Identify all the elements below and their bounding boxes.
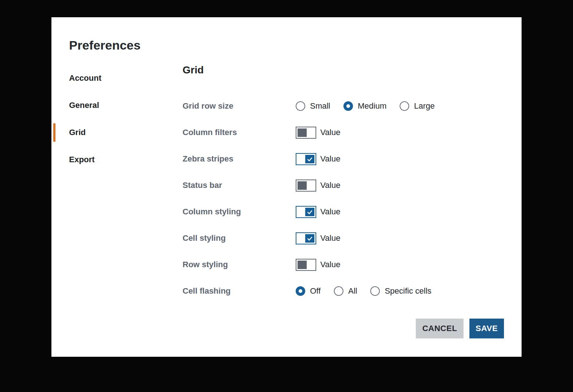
sidebar-item-grid[interactable]: Grid bbox=[51, 119, 176, 146]
row-label: Cell styling bbox=[183, 233, 296, 243]
toggle-checkbox[interactable] bbox=[296, 127, 316, 139]
form-row-status-bar: Status barValue bbox=[183, 172, 509, 199]
row-label: Row styling bbox=[183, 260, 296, 269]
sidebar-item-label: Grid bbox=[69, 128, 86, 137]
row-controls: Value bbox=[296, 179, 340, 192]
row-label: Cell flashing bbox=[183, 286, 296, 296]
panel-heading: Grid bbox=[183, 64, 204, 76]
radio-button[interactable] bbox=[296, 101, 305, 111]
checkmark-icon bbox=[306, 235, 313, 242]
toggle-control: Value bbox=[296, 127, 340, 139]
cancel-button[interactable]: CANCEL bbox=[416, 319, 464, 338]
row-label: Column filters bbox=[183, 128, 296, 137]
checkmark-icon bbox=[306, 156, 313, 163]
radio-option-label: Specific cells bbox=[385, 286, 431, 296]
toggle-control: Value bbox=[296, 153, 340, 165]
toggle-value-label: Value bbox=[320, 181, 340, 190]
row-controls: Value bbox=[296, 206, 340, 218]
row-controls: OffAllSpecific cells bbox=[296, 286, 432, 296]
row-label: Grid row size bbox=[183, 101, 296, 111]
radio-option-label: Off bbox=[310, 286, 321, 296]
preferences-dialog: Preferences AccountGeneralGridExport Gri… bbox=[51, 17, 522, 357]
toggle-value-label: Value bbox=[320, 260, 340, 269]
radio-option-label: Large bbox=[414, 101, 435, 111]
toggle-checkbox[interactable] bbox=[296, 232, 316, 244]
settings-form: Grid row sizeSmallMediumLargeColumn filt… bbox=[183, 93, 509, 304]
toggle-checkbox[interactable] bbox=[296, 153, 316, 165]
radio-option-off[interactable]: Off bbox=[296, 286, 321, 296]
radio-button[interactable] bbox=[370, 286, 380, 296]
toggle-value-label: Value bbox=[320, 154, 340, 164]
radio-option-small[interactable]: Small bbox=[296, 101, 330, 111]
row-label: Zebra stripes bbox=[183, 154, 296, 164]
toggle-knob bbox=[298, 128, 307, 137]
form-row-cell-flashing: Cell flashingOffAllSpecific cells bbox=[183, 278, 509, 304]
row-controls: SmallMediumLarge bbox=[296, 101, 435, 111]
radio-button[interactable] bbox=[334, 286, 343, 296]
radio-button[interactable] bbox=[343, 101, 353, 111]
sidebar-item-label: General bbox=[69, 101, 99, 110]
radio-option-specific-cells[interactable]: Specific cells bbox=[370, 286, 431, 296]
row-label: Column styling bbox=[183, 207, 296, 217]
toggle-knob bbox=[305, 234, 314, 243]
form-row-zebra-stripes: Zebra stripesValue bbox=[183, 146, 509, 172]
radio-option-label: All bbox=[348, 286, 357, 296]
save-button[interactable]: SAVE bbox=[469, 319, 504, 338]
toggle-knob bbox=[298, 261, 307, 269]
sidebar-item-account[interactable]: Account bbox=[51, 65, 176, 92]
row-controls: Value bbox=[296, 259, 340, 271]
radio-option-all[interactable]: All bbox=[334, 286, 357, 296]
radio-option-label: Small bbox=[310, 101, 330, 111]
form-row-cell-styling: Cell stylingValue bbox=[183, 225, 509, 251]
toggle-checkbox[interactable] bbox=[296, 179, 316, 192]
row-controls: Value bbox=[296, 232, 340, 244]
checkmark-icon bbox=[306, 208, 313, 215]
form-row-column-filters: Column filtersValue bbox=[183, 119, 509, 146]
row-label: Status bar bbox=[183, 181, 296, 190]
toggle-value-label: Value bbox=[320, 207, 340, 217]
radio-option-large[interactable]: Large bbox=[400, 101, 435, 111]
form-row-column-styling: Column stylingValue bbox=[183, 199, 509, 225]
dialog-title: Preferences bbox=[69, 38, 141, 53]
row-controls: Value bbox=[296, 127, 340, 139]
sidebar-item-label: Account bbox=[69, 73, 101, 83]
dialog-actions: CANCEL SAVE bbox=[416, 319, 504, 338]
toggle-knob bbox=[305, 208, 314, 216]
toggle-control: Value bbox=[296, 179, 340, 192]
toggle-value-label: Value bbox=[320, 128, 340, 137]
form-row-row-styling: Row stylingValue bbox=[183, 251, 509, 278]
toggle-checkbox[interactable] bbox=[296, 206, 316, 218]
row-controls: Value bbox=[296, 153, 340, 165]
sidebar-item-general[interactable]: General bbox=[51, 92, 176, 119]
toggle-knob bbox=[305, 155, 314, 163]
form-row-grid-row-size: Grid row sizeSmallMediumLarge bbox=[183, 93, 509, 119]
sidebar-item-label: Export bbox=[69, 155, 95, 164]
radio-option-label: Medium bbox=[358, 101, 386, 111]
toggle-checkbox[interactable] bbox=[296, 259, 316, 271]
radio-button[interactable] bbox=[296, 286, 305, 296]
sidebar: AccountGeneralGridExport bbox=[51, 65, 176, 173]
sidebar-item-export[interactable]: Export bbox=[51, 146, 176, 173]
toggle-control: Value bbox=[296, 206, 340, 218]
toggle-control: Value bbox=[296, 259, 340, 271]
radio-button[interactable] bbox=[400, 101, 409, 111]
radio-option-medium[interactable]: Medium bbox=[343, 101, 386, 111]
toggle-value-label: Value bbox=[320, 233, 340, 243]
toggle-control: Value bbox=[296, 232, 340, 244]
toggle-knob bbox=[298, 181, 307, 190]
